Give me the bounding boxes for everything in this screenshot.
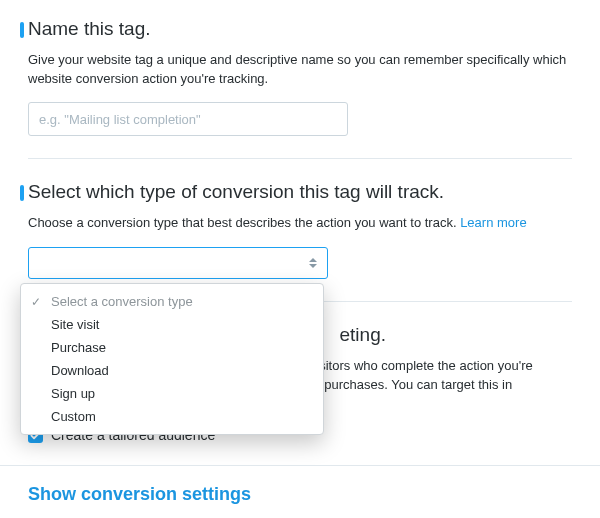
dropdown-option-site-visit[interactable]: Site visit xyxy=(21,313,323,336)
section-type-description: Choose a conversion type that best descr… xyxy=(28,214,572,233)
dropdown-option-label: Download xyxy=(51,363,109,378)
dropdown-option-label: Sign up xyxy=(51,386,95,401)
learn-more-link[interactable]: Learn more xyxy=(460,215,526,230)
dropdown-option-download[interactable]: Download xyxy=(21,359,323,382)
dropdown-option-purchase[interactable]: Purchase xyxy=(21,336,323,359)
show-conversion-settings-button[interactable]: Show conversion settings xyxy=(28,474,251,505)
dropdown-option-label: Custom xyxy=(51,409,96,424)
section-type-title: Select which type of conversion this tag… xyxy=(28,181,572,204)
dropdown-option-signup[interactable]: Sign up xyxy=(21,382,323,405)
footer: Show conversion settings xyxy=(0,465,600,518)
dropdown-option-label: Purchase xyxy=(51,340,106,355)
dropdown-option-label: Select a conversion type xyxy=(51,294,193,309)
section-name-title: Name this tag. xyxy=(28,18,572,41)
section-accent xyxy=(20,185,24,201)
section-audience-title-tail: eting. xyxy=(340,324,386,345)
section-name-description: Give your website tag a unique and descr… xyxy=(28,51,572,89)
conversion-tag-form: Name this tag. Give your website tag a u… xyxy=(0,0,600,465)
conversion-type-dropdown: ✓ Select a conversion type Site visit Pu… xyxy=(20,283,324,435)
section-conversion-type: Select which type of conversion this tag… xyxy=(28,181,572,302)
section-type-desc-text: Choose a conversion type that best descr… xyxy=(28,215,460,230)
check-icon: ✓ xyxy=(31,295,41,309)
dropdown-option-label: Site visit xyxy=(51,317,99,332)
dropdown-option-custom[interactable]: Custom xyxy=(21,405,323,428)
section-name-tag: Name this tag. Give your website tag a u… xyxy=(28,18,572,159)
conversion-type-select-wrap: ✓ Select a conversion type Site visit Pu… xyxy=(28,247,572,279)
select-stepper-icon xyxy=(309,254,321,272)
dropdown-option-placeholder[interactable]: ✓ Select a conversion type xyxy=(21,290,323,313)
conversion-type-select[interactable] xyxy=(28,247,328,279)
section-accent xyxy=(20,22,24,38)
tag-name-input[interactable] xyxy=(28,102,348,136)
